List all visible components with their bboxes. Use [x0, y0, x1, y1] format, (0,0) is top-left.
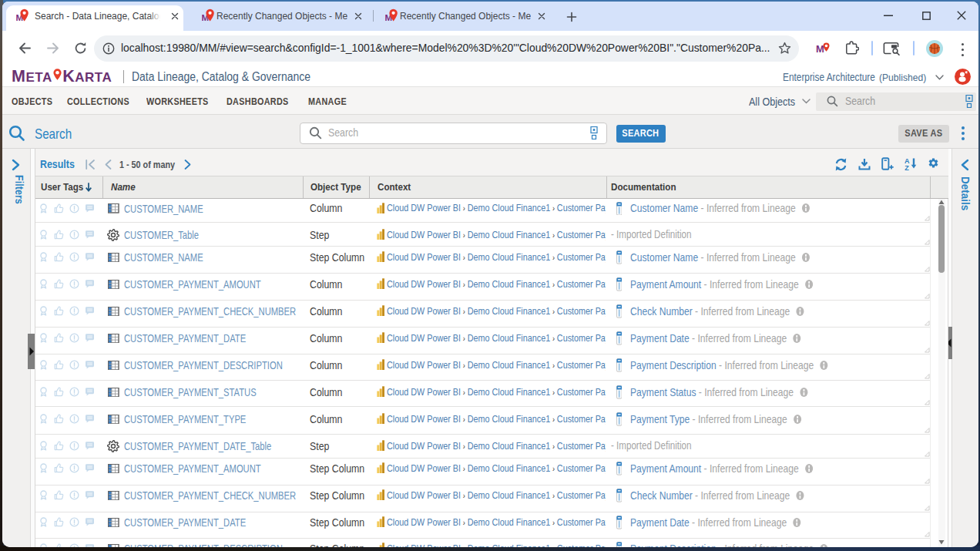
svg-text:M: M: [816, 43, 824, 55]
svg-text:Z: Z: [904, 164, 909, 170]
